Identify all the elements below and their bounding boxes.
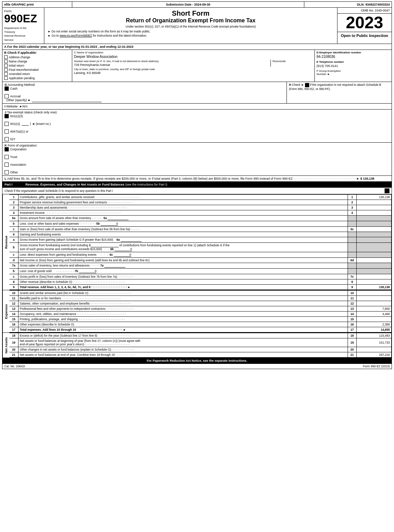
dept-info: Department of the Treasury Internal Reve… xyxy=(4,26,27,42)
table-row: b Gross income from fundraising events (… xyxy=(9,242,392,252)
c527-checkbox[interactable] xyxy=(5,137,9,141)
row-desc-5c: Gain or (loss) from sale of assets other… xyxy=(18,226,348,232)
c4947-option[interactable]: 4947(a)(1) or xyxy=(5,129,389,134)
table-row: 16 Other expenses (describe in Schedule … xyxy=(9,322,392,327)
table-row: c Less: direct expenses from gaming and … xyxy=(9,252,392,257)
address-field-label: Number and street (or P. O. box, if mail… xyxy=(74,60,269,63)
trust-option[interactable]: Trust xyxy=(5,155,389,159)
row-linenum-7c: 7c xyxy=(348,274,357,279)
row-desc-13: Professional fees and other payments to … xyxy=(18,306,348,311)
row-linenum-13: 13 xyxy=(348,306,357,311)
checkbox-initial-return[interactable] xyxy=(4,64,8,67)
row-linenum-15: 15 xyxy=(348,316,357,322)
row-num-18: 18 xyxy=(9,333,18,338)
table-row: 14 Occupancy, rent, utilities, and maint… xyxy=(9,311,392,316)
address-left: Number and street (or P. O. box, if mail… xyxy=(74,60,271,67)
checkbox-final-return[interactable] xyxy=(4,68,8,72)
row-desc-6a: Gross income from gaming (attach Schedul… xyxy=(18,237,348,242)
check-initial-return[interactable]: Initial return xyxy=(4,64,70,67)
row-num-5a: 5a xyxy=(9,215,18,221)
row-val-12 xyxy=(357,301,392,306)
tel-value: (913) 705-0141 xyxy=(317,64,390,68)
row-num-6d: d xyxy=(9,257,18,263)
table-row: 19 Net assets or fund balances at beginn… xyxy=(9,338,392,347)
row-linenum-8: 8 xyxy=(348,279,357,284)
net-assets-section: Net Assets 18 Excess or (deficit) for th… xyxy=(2,333,392,358)
row-val-9: 130,138 xyxy=(357,284,392,290)
table-row: c Gain or (loss) from sale of assets oth… xyxy=(9,226,392,232)
row-num-6c: c xyxy=(9,252,18,257)
cash-checkbox[interactable] xyxy=(5,87,9,91)
other-org-checkbox[interactable] xyxy=(5,170,9,174)
section-k-label: K xyxy=(5,144,7,147)
revenue-side-label: Revenue xyxy=(2,194,9,290)
row-linenum-4: 4 xyxy=(348,210,357,215)
row-linenum-19: 19 xyxy=(348,338,357,347)
c3-option[interactable]: 501(c)(3) xyxy=(5,114,389,118)
initial-return-label: Initial return xyxy=(9,64,24,67)
assoc-checkbox[interactable] xyxy=(5,163,9,167)
row-val-8 xyxy=(357,279,392,284)
other-org-option[interactable]: Other xyxy=(5,170,389,174)
row-desc-5a: Gross amount from sale of assets other t… xyxy=(18,215,348,221)
row-desc-6b: Gross income from fundraising events (no… xyxy=(18,242,348,252)
checkbox-amended-return[interactable] xyxy=(4,72,8,76)
corp-checkbox[interactable] xyxy=(5,147,9,151)
accrual-option[interactable]: Accrual xyxy=(5,94,284,98)
section-j-label: J xyxy=(5,111,6,114)
row-desc-16: Other expenses (describe in Schedule O) xyxy=(18,322,348,327)
schedule-o-checkbox[interactable] xyxy=(385,188,389,193)
row-linenum-6c xyxy=(348,252,357,257)
row-num-1: 1 xyxy=(9,194,18,200)
assoc-option[interactable]: Association xyxy=(5,163,389,167)
revenue-content: 1 Contributions, gifts, grants, and simi… xyxy=(9,194,392,290)
row-num-4: 4 xyxy=(9,210,18,215)
c527-option[interactable]: 527 xyxy=(5,137,389,141)
checkbox-application-pending[interactable] xyxy=(4,76,8,80)
check-name-change[interactable]: Name change xyxy=(4,60,70,63)
table-row: 1 Contributions, gifts, grants, and simi… xyxy=(9,194,392,200)
cc-checkbox[interactable] xyxy=(5,122,9,126)
row-num-17: 17 xyxy=(9,327,18,332)
row-desc-3: Membership dues and assessments · · · · … xyxy=(18,205,348,210)
table-row: 8 Other revenue (describe in Schedule O)… xyxy=(9,279,392,284)
city-field-value: Lansing, KS 66048 xyxy=(74,71,313,75)
ein-value: 84-2108036 xyxy=(317,55,390,59)
trust-checkbox[interactable] xyxy=(5,155,9,159)
section-a-label: A xyxy=(4,45,6,48)
row-val-21: 267,216 xyxy=(357,352,392,357)
c3-checkbox[interactable] xyxy=(5,114,9,118)
section-h-checkbox[interactable] xyxy=(305,83,309,87)
cash-option[interactable]: Cash xyxy=(5,87,284,91)
row-linenum-9: 9 xyxy=(348,284,357,290)
row-num-16: 16 xyxy=(9,322,18,327)
revenue-table: 1 Contributions, gifts, grants, and simi… xyxy=(9,194,392,290)
check-amended-return[interactable]: Amended return xyxy=(4,72,70,76)
irs-link[interactable]: www.irs.gov/Form990EZ xyxy=(60,34,92,37)
row-linenum-6 xyxy=(348,232,357,237)
row-val-11 xyxy=(357,295,392,301)
c4947-checkbox[interactable] xyxy=(5,129,9,134)
check-application-pending[interactable]: Application pending xyxy=(4,76,70,80)
part-i-header: Part I Revenue, Expenses, and Changes in… xyxy=(2,182,392,188)
table-row: 7a Gross sales of inventory, less return… xyxy=(9,263,392,268)
row-desc-12: Salaries, other compensation, and employ… xyxy=(18,301,348,306)
section-k-text: Form of organization: xyxy=(8,144,37,147)
c4947-label: 4947(a)(1) or xyxy=(10,130,29,133)
row-num-6b: b xyxy=(9,242,18,252)
check-final-return[interactable]: Final return/terminated xyxy=(4,68,70,72)
checkbox-name-change[interactable] xyxy=(4,60,8,63)
row-linenum-5b xyxy=(348,221,357,226)
accrual-checkbox[interactable] xyxy=(5,94,9,98)
check-address-change[interactable]: Address change xyxy=(4,55,70,59)
row-val-6d xyxy=(357,257,392,263)
row-linenum-12: 12 xyxy=(348,301,357,306)
cc-option[interactable]: 501(c)( ) ◄ (insert no.) xyxy=(5,122,389,126)
corp-option[interactable]: Corporation xyxy=(5,147,389,151)
checkbox-address-change[interactable] xyxy=(4,55,8,59)
form-990ez: 990EZ xyxy=(4,13,37,24)
row-desc-15: Printing, publications, postage, and shi… xyxy=(18,316,348,322)
table-row: a Gross income from gaming (attach Sched… xyxy=(9,237,392,242)
row-linenum-5a xyxy=(348,215,357,221)
other-label: Other (specify) ► xyxy=(6,98,31,102)
